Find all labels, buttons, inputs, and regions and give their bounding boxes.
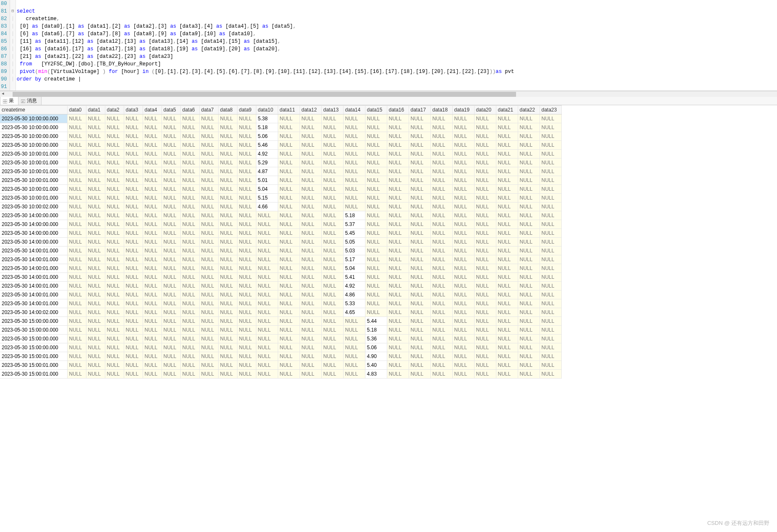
- cell-data[interactable]: NULL: [387, 282, 409, 291]
- cell-data[interactable]: NULL: [124, 317, 143, 326]
- cell-data[interactable]: NULL: [218, 326, 237, 335]
- cell-data[interactable]: NULL: [409, 114, 430, 123]
- cell-data[interactable]: NULL: [321, 352, 343, 361]
- cell-data[interactable]: NULL: [105, 123, 124, 132]
- cell-data[interactable]: NULL: [86, 317, 105, 326]
- code-line[interactable]: [11] as [data11],[12] as [data12],[13] a…: [17, 38, 514, 45]
- cell-data[interactable]: NULL: [365, 194, 387, 202]
- cell-data[interactable]: NULL: [162, 264, 180, 273]
- cell-data[interactable]: NULL: [496, 370, 518, 379]
- cell-data[interactable]: NULL: [199, 308, 218, 317]
- cell-createtime[interactable]: 2023-05-30 14:00:00.000: [0, 229, 67, 238]
- cell-createtime[interactable]: 2023-05-30 15:00:01.000: [0, 361, 67, 370]
- cell-data[interactable]: NULL: [180, 132, 199, 141]
- cell-data[interactable]: NULL: [387, 317, 409, 326]
- cell-data[interactable]: NULL: [162, 123, 180, 132]
- cell-data[interactable]: NULL: [162, 273, 180, 282]
- cell-data[interactable]: NULL: [256, 291, 278, 299]
- cell-data[interactable]: NULL: [452, 167, 474, 176]
- cell-data[interactable]: NULL: [474, 167, 496, 176]
- cell-data[interactable]: NULL: [256, 317, 278, 326]
- cell-data[interactable]: NULL: [518, 317, 540, 326]
- cell-data[interactable]: NULL: [143, 299, 162, 308]
- cell-data[interactable]: NULL: [124, 264, 143, 273]
- cell-data[interactable]: NULL: [218, 202, 237, 211]
- cell-data[interactable]: NULL: [496, 335, 518, 343]
- cell-data[interactable]: NULL: [162, 158, 180, 167]
- cell-data[interactable]: NULL: [496, 361, 518, 370]
- cell-createtime[interactable]: 2023-05-30 14:00:01.000: [0, 299, 67, 308]
- cell-data[interactable]: NULL: [540, 255, 561, 264]
- cell-data[interactable]: NULL: [105, 211, 124, 220]
- cell-data[interactable]: NULL: [86, 335, 105, 343]
- cell-data[interactable]: NULL: [67, 202, 86, 211]
- cell-data[interactable]: 5.18: [365, 326, 387, 335]
- cell-data[interactable]: NULL: [300, 343, 321, 352]
- code-line[interactable]: select: [17, 8, 514, 15]
- cell-data[interactable]: NULL: [452, 352, 474, 361]
- cell-data[interactable]: NULL: [162, 220, 180, 229]
- cell-data[interactable]: NULL: [105, 255, 124, 264]
- cell-data[interactable]: NULL: [162, 194, 180, 202]
- cell-data[interactable]: NULL: [321, 158, 343, 167]
- cell-data[interactable]: NULL: [321, 220, 343, 229]
- cell-data[interactable]: NULL: [86, 194, 105, 202]
- cell-data[interactable]: NULL: [409, 150, 430, 158]
- cell-data[interactable]: NULL: [278, 370, 300, 379]
- cell-data[interactable]: NULL: [474, 247, 496, 255]
- cell-data[interactable]: NULL: [540, 238, 561, 247]
- cell-data[interactable]: NULL: [300, 352, 321, 361]
- cell-data[interactable]: NULL: [105, 317, 124, 326]
- cell-data[interactable]: NULL: [387, 264, 409, 273]
- cell-data[interactable]: NULL: [143, 370, 162, 379]
- cell-data[interactable]: NULL: [67, 194, 86, 202]
- cell-data[interactable]: NULL: [143, 141, 162, 150]
- cell-data[interactable]: NULL: [124, 282, 143, 291]
- table-row[interactable]: 2023-05-30 14:00:00.000NULLNULLNULLNULLN…: [0, 211, 561, 220]
- cell-data[interactable]: NULL: [387, 273, 409, 282]
- cell-data[interactable]: NULL: [496, 247, 518, 255]
- cell-data[interactable]: NULL: [143, 273, 162, 282]
- cell-data[interactable]: NULL: [162, 167, 180, 176]
- cell-data[interactable]: NULL: [321, 141, 343, 150]
- cell-data[interactable]: NULL: [199, 141, 218, 150]
- cell-data[interactable]: NULL: [218, 141, 237, 150]
- cell-data[interactable]: NULL: [540, 123, 561, 132]
- cell-data[interactable]: NULL: [278, 202, 300, 211]
- cell-data[interactable]: NULL: [321, 326, 343, 335]
- cell-data[interactable]: NULL: [365, 211, 387, 220]
- cell-data[interactable]: NULL: [237, 299, 256, 308]
- cell-data[interactable]: NULL: [256, 326, 278, 335]
- cell-data[interactable]: NULL: [237, 370, 256, 379]
- cell-data[interactable]: NULL: [496, 273, 518, 282]
- cell-createtime[interactable]: 2023-05-30 14:00:01.000: [0, 255, 67, 264]
- cell-data[interactable]: NULL: [67, 185, 86, 194]
- scrollbar-thumb[interactable]: [13, 92, 516, 97]
- cell-data[interactable]: NULL: [256, 335, 278, 343]
- cell-data[interactable]: NULL: [143, 335, 162, 343]
- table-row[interactable]: 2023-05-30 14:00:02.000NULLNULLNULLNULLN…: [0, 308, 561, 317]
- cell-data[interactable]: NULL: [278, 255, 300, 264]
- cell-data[interactable]: NULL: [518, 176, 540, 185]
- cell-data[interactable]: NULL: [518, 132, 540, 141]
- cell-data[interactable]: NULL: [430, 299, 452, 308]
- cell-data[interactable]: NULL: [278, 132, 300, 141]
- cell-data[interactable]: NULL: [343, 335, 365, 343]
- cell-data[interactable]: NULL: [300, 229, 321, 238]
- cell-data[interactable]: NULL: [86, 255, 105, 264]
- cell-data[interactable]: NULL: [86, 114, 105, 123]
- cell-data[interactable]: NULL: [387, 247, 409, 255]
- table-row[interactable]: 2023-05-30 14:00:00.000NULLNULLNULLNULLN…: [0, 220, 561, 229]
- cell-data[interactable]: NULL: [67, 176, 86, 185]
- cell-data[interactable]: NULL: [430, 123, 452, 132]
- cell-data[interactable]: NULL: [387, 238, 409, 247]
- cell-createtime[interactable]: 2023-05-30 15:00:00.000: [0, 343, 67, 352]
- cell-data[interactable]: NULL: [387, 211, 409, 220]
- cell-data[interactable]: NULL: [409, 220, 430, 229]
- cell-data[interactable]: NULL: [409, 158, 430, 167]
- cell-data[interactable]: NULL: [343, 141, 365, 150]
- cell-data[interactable]: NULL: [518, 150, 540, 158]
- column-header[interactable]: data8: [218, 106, 237, 114]
- cell-data[interactable]: NULL: [162, 141, 180, 150]
- cell-data[interactable]: NULL: [409, 264, 430, 273]
